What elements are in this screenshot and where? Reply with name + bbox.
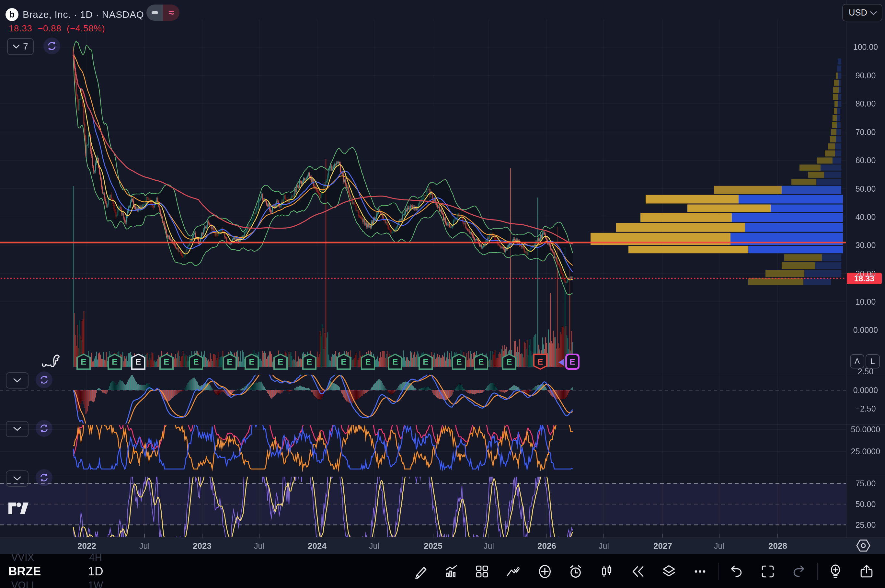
interval-wheel-selected[interactable]: 1D — [88, 565, 103, 578]
alerts-button[interactable] — [566, 562, 585, 580]
object-tree-button[interactable] — [660, 562, 678, 580]
earnings-letter: E — [77, 354, 91, 370]
earnings-marker-green[interactable]: E — [245, 354, 259, 370]
earnings-marker-green[interactable]: E — [159, 354, 174, 370]
symbol-wheel-selected[interactable]: BRZE — [8, 565, 41, 578]
earnings-marker-green[interactable]: E — [474, 354, 488, 370]
symbol-logo[interactable]: b — [6, 8, 18, 21]
earnings-marker-green[interactable]: E — [419, 354, 433, 370]
axis-label: 75.00 — [847, 479, 884, 488]
zigzag-pattern-icon — [506, 564, 521, 579]
sync-icon — [39, 375, 49, 385]
auto-scale-button[interactable]: A — [850, 354, 864, 369]
earnings-marker-green[interactable]: E — [502, 354, 516, 370]
axis-label: 2.50 — [847, 367, 884, 376]
earnings-letter: E — [337, 354, 351, 370]
indicators-icon — [444, 564, 459, 579]
earnings-letter: E — [565, 354, 580, 370]
earnings-marker-white[interactable]: E — [131, 354, 146, 370]
fullscreen-icon — [760, 564, 775, 579]
share-button[interactable] — [858, 562, 876, 580]
earnings-letter: E — [189, 354, 203, 370]
layout-button[interactable] — [473, 562, 491, 580]
earnings-marker-green[interactable]: E — [337, 354, 351, 370]
earnings-marker-green[interactable]: E — [77, 354, 91, 370]
toggle-minus-icon[interactable] — [146, 4, 163, 21]
pane2-collapse-button[interactable] — [6, 421, 29, 437]
indicator-count: 7 — [23, 42, 28, 52]
add-button[interactable] — [536, 562, 554, 580]
toolbar-separator — [817, 563, 817, 580]
interval-wheel-prev[interactable]: 4H — [89, 552, 102, 563]
bar-style-button[interactable] — [598, 562, 616, 580]
time-axis-label: Jul — [714, 542, 724, 551]
alarm-clock-icon — [568, 564, 583, 579]
fullscreen-button[interactable] — [759, 562, 777, 580]
axis-label: 0.0000 — [847, 386, 884, 395]
price-change: −0.88 — [38, 23, 61, 33]
currency-selector[interactable]: USD — [842, 4, 882, 21]
earnings-marker-green[interactable]: E — [361, 354, 375, 370]
time-axis-label: Jul — [139, 542, 150, 551]
earnings-letter: E — [419, 354, 433, 370]
undo-icon — [729, 564, 744, 579]
indicator-visibility-toggle[interactable]: ≈ — [146, 4, 179, 21]
earnings-letter: E — [159, 354, 174, 370]
time-axis-settings-icon[interactable] — [856, 539, 871, 552]
time-axis-label: Jul — [369, 542, 379, 551]
symbol-title[interactable]: Braze, Inc. · 1D · NASDAQ — [23, 9, 144, 20]
bottom-toolbar: VVIX BRZE VOLI 4H 1D 1W — [0, 554, 885, 588]
earnings-marker-green[interactable]: E — [273, 354, 288, 370]
redo-icon — [792, 564, 807, 579]
redo-button[interactable] — [790, 562, 808, 580]
replay-button[interactable] — [629, 562, 647, 580]
pane1-collapse-button[interactable] — [6, 372, 29, 388]
earnings-marker-purple[interactable]: E — [565, 354, 580, 370]
chevron-down-icon — [13, 378, 21, 383]
axis-label: 25.0000 — [847, 447, 884, 456]
sync-icon — [39, 423, 49, 433]
draw-button[interactable] — [412, 562, 430, 580]
earnings-marker-green[interactable]: E — [189, 354, 203, 370]
currency-label: USD — [849, 8, 867, 18]
undo-button[interactable] — [727, 562, 745, 580]
pane3-sync-button[interactable] — [36, 469, 53, 486]
earnings-marker-green[interactable]: E — [452, 354, 466, 370]
indicators-button[interactable] — [443, 562, 461, 580]
axis-label: 80.00 — [847, 99, 884, 108]
earnings-letter: E — [533, 354, 547, 370]
pane1-sync-button[interactable] — [36, 371, 53, 388]
event-arrow-icon — [559, 359, 564, 366]
earnings-letter: E — [131, 354, 146, 370]
axis-label: 70.00 — [847, 128, 884, 137]
time-axis-label: 2025 — [424, 541, 443, 551]
ideas-button[interactable] — [826, 562, 844, 580]
axis-label: 50.00 — [847, 184, 884, 194]
pane2-sync-button[interactable] — [36, 420, 53, 437]
collapse-indicators-button[interactable]: 7 — [7, 38, 34, 55]
earnings-marker-green[interactable]: E — [388, 354, 402, 370]
chevron-down-icon — [13, 427, 21, 431]
sync-button-header[interactable] — [44, 38, 60, 54]
earnings-marker-green[interactable]: E — [108, 354, 122, 370]
pen-icon — [416, 567, 426, 577]
candlestick-icon — [599, 564, 614, 579]
price-chart-canvas[interactable] — [0, 0, 885, 554]
price-readout: 18.33 −0.88 (−4.58%) — [9, 23, 105, 34]
more-button[interactable] — [691, 562, 709, 580]
time-axis-label: Jul — [254, 542, 264, 551]
earnings-marker-green[interactable]: E — [222, 354, 237, 370]
earnings-marker-green[interactable]: E — [302, 354, 317, 370]
toggle-wave-icon[interactable]: ≈ — [163, 4, 179, 21]
log-scale-button[interactable]: L — [865, 354, 880, 369]
pane3-collapse-button[interactable] — [6, 471, 29, 487]
axis-label: −2.50 — [847, 404, 884, 414]
interval-wheel-next[interactable]: 1W — [88, 580, 103, 588]
symbol-wheel-next[interactable]: VOLI — [11, 580, 35, 588]
earnings-marker-red[interactable]: E — [533, 354, 547, 370]
symbol-wheel-prev[interactable]: VVIX — [11, 552, 35, 563]
share-icon — [859, 564, 874, 579]
lightbulb-plus-icon — [828, 564, 843, 579]
time-axis-label: 2022 — [77, 541, 96, 551]
patterns-button[interactable] — [504, 562, 522, 580]
